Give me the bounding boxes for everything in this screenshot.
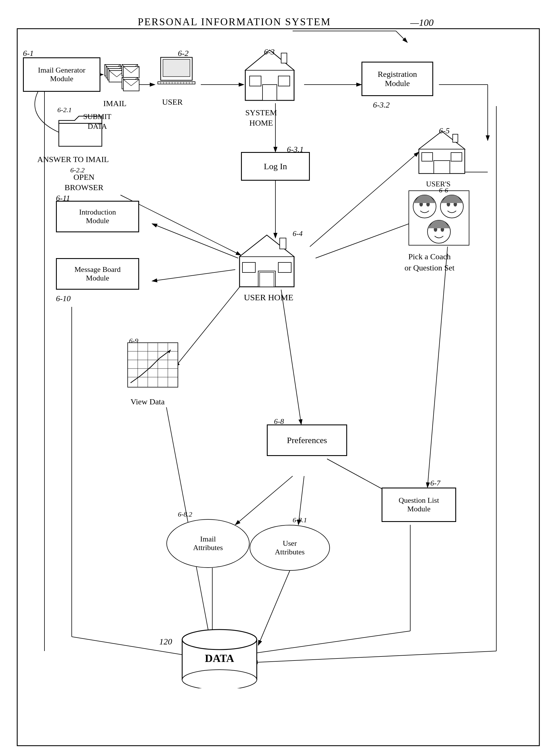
user-home-icon (235, 232, 298, 290)
imail-generator-label: Imail GeneratorModule (38, 66, 85, 83)
user-attributes-id: 6-8.1 (293, 516, 307, 524)
login-id: 6-3.1 (287, 145, 304, 154)
svg-rect-90 (434, 161, 450, 174)
svg-rect-87 (280, 238, 286, 249)
svg-line-26 (258, 571, 290, 645)
login-label: Log In (264, 161, 287, 171)
page-title: PERSONAL INFORMATION SYSTEM (138, 16, 331, 28)
user-label: USER (162, 98, 183, 107)
registration-label: RegistrationModule (378, 70, 417, 88)
introduction-label: IntroductionModule (79, 208, 116, 225)
user-attributes-ellipse: UserAttributes (250, 525, 330, 571)
pick-coach-label: Pick a Coachor Question Set (405, 251, 454, 273)
preferences-box: Preferences (267, 424, 347, 456)
user-attributes-label: UserAttributes (275, 539, 305, 556)
pick-coach-id: 6-6 (439, 186, 448, 194)
registration-box: RegistrationModule (361, 62, 433, 96)
svg-line-15 (310, 152, 419, 246)
svg-rect-85 (243, 262, 255, 272)
svg-line-33 (252, 651, 496, 662)
view-data-id: 6-9 (129, 337, 138, 345)
open-browser-label: OPENBROWSER (65, 172, 103, 193)
svg-line-10 (152, 224, 238, 258)
svg-line-24 (250, 631, 410, 654)
system-number: —100 (410, 17, 433, 28)
svg-line-4 (396, 31, 407, 43)
imail-attributes-ellipse: ImailAttributes (167, 519, 250, 568)
message-board-label: Message BoardModule (74, 265, 121, 283)
imail-generator-box: Imail GeneratorModule (23, 57, 100, 92)
view-data-label: View Data (130, 397, 165, 407)
svg-line-22 (428, 246, 448, 488)
message-board-box: Message BoardModule (56, 258, 139, 290)
svg-rect-77 (262, 85, 277, 100)
svg-rect-78 (250, 76, 261, 86)
svg-text:DATA: DATA (205, 652, 234, 664)
imail-attributes-id: 6-8.2 (178, 511, 192, 518)
svg-rect-93 (453, 134, 458, 142)
data-cylinder: DATA (176, 625, 262, 689)
view-data-icon (126, 341, 184, 394)
user-id: 6-2 (178, 49, 188, 58)
imail-generator-id: 6-1 (23, 49, 33, 58)
svg-line-19 (327, 459, 390, 493)
system-home-id: 6-3 (264, 47, 275, 56)
pick-coach-icon (407, 189, 471, 248)
svg-point-115 (182, 629, 257, 650)
svg-rect-92 (451, 153, 462, 161)
svg-line-11 (152, 269, 235, 281)
submit-data-id: 6-2.1 (57, 106, 72, 114)
diagram: PERSONAL INFORMATION SYSTEM —100 Imail G… (0, 0, 558, 756)
imail-attributes-label: ImailAttributes (193, 535, 223, 552)
svg-rect-61 (163, 59, 190, 77)
message-board-id: 6-10 (56, 294, 71, 303)
system-home-label: SYSTEMHOME (245, 108, 277, 129)
svg-rect-79 (278, 76, 290, 86)
svg-rect-84 (260, 272, 274, 287)
data-id: 120 (159, 637, 172, 647)
imail-label: IMAIL (103, 99, 127, 108)
svg-line-20 (235, 476, 293, 525)
question-list-id: 6-7 (430, 479, 440, 488)
preferences-label: Preferences (287, 435, 327, 445)
svg-rect-91 (422, 153, 433, 161)
answer-imail-label: ANSWER TO IMAIL (37, 155, 109, 164)
svg-line-13 (281, 290, 301, 424)
user-computer-icon (155, 56, 198, 94)
user-home-id: 6-4 (293, 230, 303, 238)
user-home-label: USER HOME (244, 292, 294, 302)
svg-point-116 (182, 670, 257, 688)
users-public-home-id: 6-5 (439, 126, 450, 135)
preferences-id: 6-8 (274, 417, 284, 426)
users-public-home-icon (416, 129, 467, 175)
question-list-label: Question ListModule (399, 496, 439, 513)
svg-line-12 (175, 278, 247, 367)
login-box: Log In (241, 152, 310, 181)
imail-icon (103, 62, 141, 96)
svg-rect-80 (281, 53, 287, 63)
submit-data-label: SUBMITDATA (83, 112, 111, 131)
registration-id: 6-3.2 (373, 100, 389, 109)
introduction-id: 6-11 (56, 193, 70, 203)
introduction-box: IntroductionModule (56, 201, 139, 232)
svg-rect-86 (278, 262, 291, 272)
question-list-box: Question ListModule (382, 488, 456, 522)
